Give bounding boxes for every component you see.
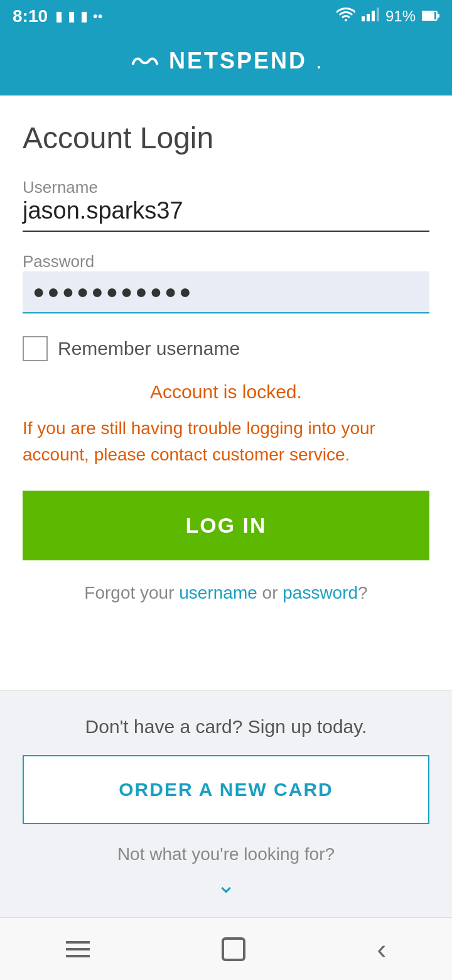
back-icon: ‹ [377,934,386,964]
netspend-logo-wave [130,50,160,72]
status-bar: 8:10 ▮ ▮ ▮ •• 91% [0,0,452,33]
page-title: Account Login [23,121,429,155]
square-icon [222,937,245,961]
wifi-icon [336,8,355,25]
signal-icon [362,8,379,25]
order-new-card-button[interactable]: ORDER A NEW CARD [23,755,429,824]
password-field[interactable]: ●●●●●●●●●●● [23,271,429,313]
user-icon: ▮ [68,8,75,24]
status-left: 8:10 ▮ ▮ ▮ •• [13,6,102,26]
main-content: Account Login Username jason.sparks37 Pa… [0,95,452,690]
app-header: NETSPEND . [0,33,452,95]
remember-checkbox[interactable] [23,336,48,361]
trouble-message: If you are still having trouble logging … [23,415,429,468]
chevron-down-icon[interactable]: ⌄ [23,872,429,898]
status-icons: ▮ ▮ ▮ •• [55,8,102,24]
nav-bar: ‹ [0,917,452,980]
remember-label: Remember username [58,338,240,359]
svg-rect-3 [377,8,379,21]
signup-text: Don't have a card? Sign up today. [23,716,429,738]
password-label: Password [23,252,94,271]
svg-rect-5 [422,12,434,19]
svg-rect-2 [372,11,375,21]
account-locked-message: Account is locked. [23,381,429,403]
svg-rect-1 [367,14,370,21]
more-icon: •• [93,8,102,24]
menu-button[interactable] [66,941,90,957]
not-looking-text: Not what you're looking for? [23,844,429,864]
home-button[interactable] [222,937,245,961]
username-label: Username [23,178,98,197]
remember-container: Remember username [23,336,429,361]
facebook-icon: ▮ [55,8,63,24]
status-right: 91% [336,8,439,25]
forgot-password-link[interactable]: password [282,583,358,602]
forgot-prefix: Forgot your [84,583,179,602]
bottom-section: Don't have a card? Sign up today. ORDER … [0,690,452,917]
battery-text: 91% [385,8,416,25]
login-button[interactable]: LOG IN [23,491,429,560]
download-icon: ▮ [80,8,88,24]
forgot-text: Forgot your username or password? [23,583,429,603]
svg-rect-0 [362,16,365,21]
username-value[interactable]: jason.sparks37 [23,197,429,232]
password-value: ●●●●●●●●●●● [33,280,419,303]
logo-container: NETSPEND . [130,48,322,74]
forgot-username-link[interactable]: username [179,583,257,602]
back-button[interactable]: ‹ [377,934,386,965]
logo-dot: . [316,48,322,74]
app-name: NETSPEND [169,48,307,74]
svg-rect-6 [437,14,439,18]
hamburger-icon [66,941,90,957]
battery-icon [422,8,439,25]
status-time: 8:10 [13,6,48,26]
forgot-or: or [257,583,282,602]
forgot-end: ? [358,583,368,602]
